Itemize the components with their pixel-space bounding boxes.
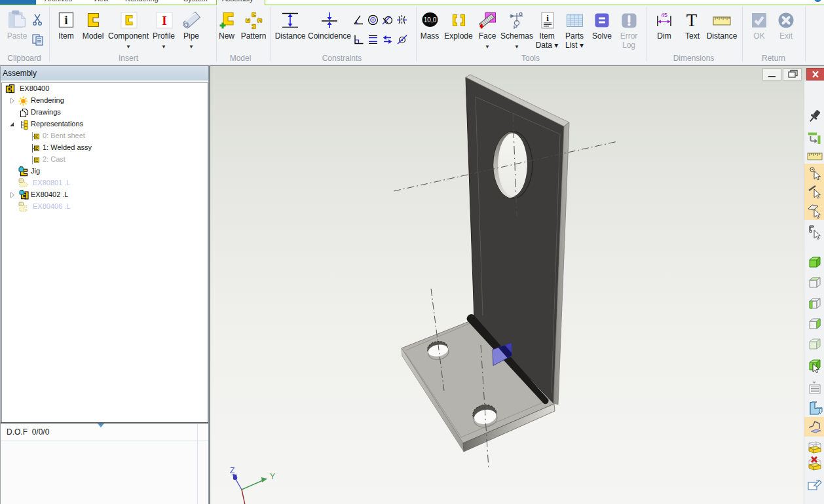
svg-text:Y: Y (270, 472, 275, 481)
svg-text:45: 45 (661, 12, 667, 18)
svg-text:i: i (64, 14, 67, 27)
svg-text:10,0: 10,0 (424, 16, 437, 24)
svg-text:i: i (546, 13, 549, 23)
svg-text:Z: Z (230, 466, 234, 475)
svg-text:T: T (686, 12, 698, 29)
svg-text:I: I (162, 14, 166, 27)
